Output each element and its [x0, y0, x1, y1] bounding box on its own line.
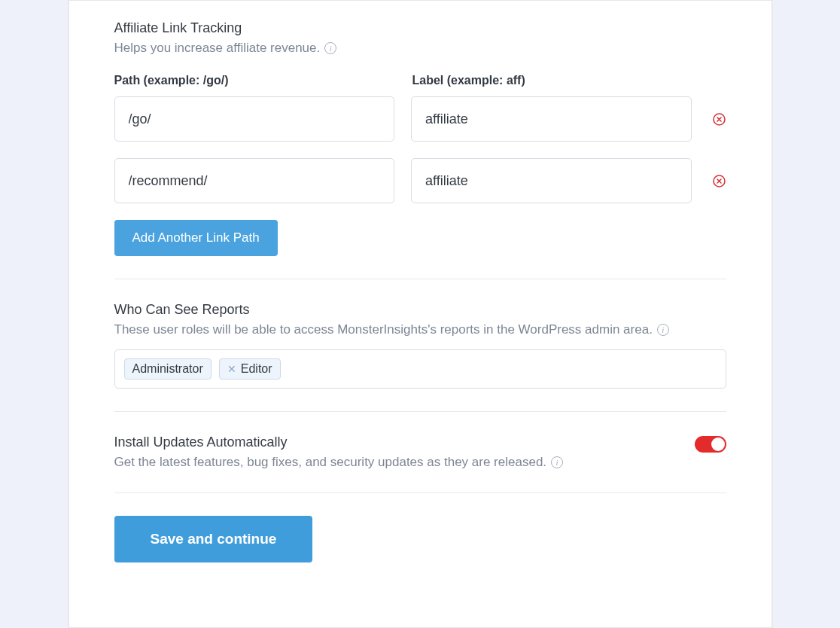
label-input[interactable] — [411, 158, 692, 203]
add-link-path-button[interactable]: Add Another Link Path — [114, 220, 278, 256]
info-icon[interactable]: i — [324, 42, 336, 54]
settings-panel: Affiliate Link Tracking Helps you increa… — [68, 0, 772, 628]
affiliate-desc-row: Helps you increase affiliate revenue. i — [114, 41, 726, 56]
reports-title: Who Can See Reports — [114, 302, 726, 318]
updates-text: Install Updates Automatically Get the la… — [114, 434, 564, 470]
info-icon[interactable]: i — [657, 324, 669, 336]
affiliate-section: Affiliate Link Tracking Helps you increa… — [114, 20, 726, 256]
path-input[interactable] — [114, 158, 395, 203]
role-tag[interactable]: Administrator — [124, 358, 212, 380]
updates-section: Install Updates Automatically Get the la… — [114, 434, 726, 470]
affiliate-title: Affiliate Link Tracking — [114, 20, 726, 36]
affiliate-desc-text: Helps you increase affiliate revenue. — [114, 41, 321, 56]
affiliate-row — [114, 96, 726, 142]
label-input[interactable] — [411, 96, 692, 142]
divider — [114, 411, 726, 412]
auto-update-toggle[interactable] — [695, 436, 726, 453]
role-tag-label: Editor — [241, 362, 272, 376]
updates-desc-row: Get the latest features, bug fixes, and … — [114, 455, 564, 470]
role-tag-label: Administrator — [132, 362, 203, 376]
updates-title: Install Updates Automatically — [114, 434, 564, 450]
roles-tag-input[interactable]: Administrator ✕ Editor — [114, 349, 726, 389]
updates-desc-text: Get the latest features, bug fixes, and … — [114, 455, 547, 470]
save-continue-button[interactable]: Save and continue — [114, 516, 313, 562]
path-input[interactable] — [114, 96, 395, 142]
label-column-header: Label (example: aff) — [412, 74, 694, 87]
affiliate-row — [114, 158, 726, 203]
affiliate-columns-header: Path (example: /go/) Label (example: aff… — [114, 74, 726, 87]
remove-tag-icon[interactable]: ✕ — [227, 364, 238, 374]
close-circle-icon — [713, 113, 726, 126]
path-column-header: Path (example: /go/) — [114, 74, 396, 87]
divider — [114, 492, 726, 493]
reports-desc-row: These user roles will be able to access … — [114, 322, 726, 337]
divider — [114, 279, 726, 279]
reports-section: Who Can See Reports These user roles wil… — [114, 302, 726, 389]
reports-desc-text: These user roles will be able to access … — [114, 322, 653, 337]
remove-row-button[interactable] — [713, 174, 726, 187]
remove-row-button[interactable] — [713, 112, 726, 126]
toggle-knob — [711, 437, 725, 451]
info-icon[interactable]: i — [551, 456, 563, 468]
role-tag[interactable]: ✕ Editor — [219, 358, 281, 380]
close-circle-icon — [713, 175, 726, 187]
